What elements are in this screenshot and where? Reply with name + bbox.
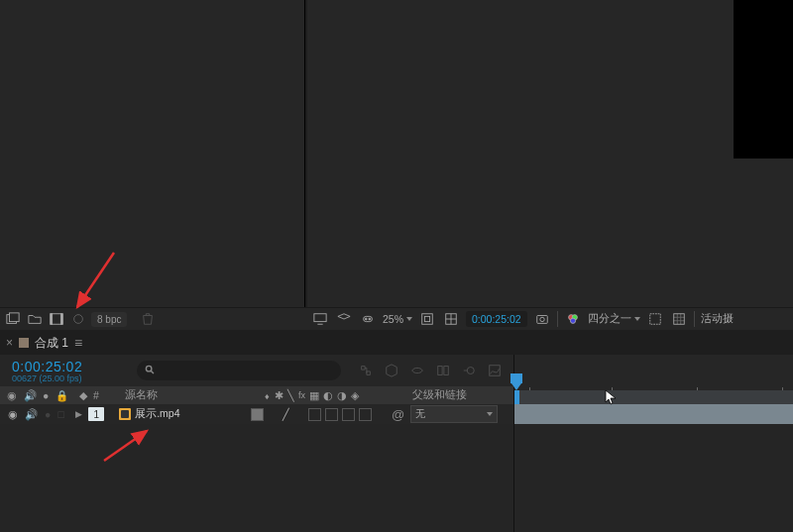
video-toggle[interactable]: ◉ xyxy=(8,408,18,420)
composition-toolbar: 25% 0:00:25:02 四分之一 活动摄 xyxy=(307,307,793,330)
layer-row[interactable]: ◉ 🔊 ● □ ▶ 1 展示.mp4 ╱ @ 无 xyxy=(0,404,513,424)
svg-point-17 xyxy=(570,318,575,323)
project-panel xyxy=(0,0,305,329)
switches-column: ⬧ ✱ ╲ fx ▦ ◐ ◑ ◈ xyxy=(260,389,406,401)
svg-rect-10 xyxy=(422,314,433,325)
svg-rect-4 xyxy=(60,314,62,325)
label-column-icon[interactable]: ◆ xyxy=(79,389,87,401)
fx-label: fx xyxy=(298,390,305,400)
resolution-dropdown[interactable]: 四分之一 xyxy=(588,312,640,326)
svg-line-26 xyxy=(104,431,147,461)
resolution-full-icon[interactable] xyxy=(418,310,436,328)
shy-switch-icon: ⬧ xyxy=(264,389,271,401)
layer-name[interactable]: 展示.mp4 xyxy=(135,407,179,421)
lock-column-icon[interactable]: 🔒 xyxy=(56,389,68,402)
timeline-tab-strip: × 合成 1 ≡ xyxy=(0,332,793,354)
grid-icon[interactable] xyxy=(670,310,688,328)
motionblur-switch-icon: ◐ xyxy=(323,389,333,401)
frameblend-switch-icon: ▦ xyxy=(309,389,319,401)
preview-timecode[interactable]: 0:00:25:02 xyxy=(466,311,527,327)
folder-icon[interactable] xyxy=(26,310,44,328)
shy-icon[interactable] xyxy=(408,362,426,379)
3d-switch[interactable] xyxy=(359,408,372,421)
adjustment-switch-icon: ◑ xyxy=(337,389,347,401)
parent-value: 无 xyxy=(415,407,425,421)
project-toolbar: 8 bpc xyxy=(0,307,312,330)
channel-icon[interactable] xyxy=(564,310,582,328)
svg-rect-6 xyxy=(314,314,326,322)
audio-toggle[interactable]: 🔊 xyxy=(25,408,38,421)
pickwhip-icon[interactable]: @ xyxy=(392,407,404,422)
audio-column-icon[interactable]: 🔊 xyxy=(24,389,37,402)
mask-toggle-icon[interactable] xyxy=(359,310,377,328)
expand-toggle[interactable]: ▶ xyxy=(75,409,82,419)
3d-switch-icon: ◈ xyxy=(351,389,359,401)
monitor-icon[interactable] xyxy=(311,310,329,328)
svg-line-25 xyxy=(77,253,114,307)
trash-icon[interactable] xyxy=(139,310,157,328)
layer-duration-bar[interactable] xyxy=(513,404,793,424)
graph-editor-icon[interactable] xyxy=(486,362,504,379)
zoom-value: 25% xyxy=(383,313,403,325)
composition-panel xyxy=(307,0,793,329)
svg-rect-1 xyxy=(10,313,20,322)
layer-index: 1 xyxy=(88,407,104,421)
svg-point-20 xyxy=(146,366,152,372)
parent-dropdown[interactable]: 无 xyxy=(410,405,498,423)
panel-menu-icon[interactable]: ≡ xyxy=(74,335,82,351)
playhead[interactable] xyxy=(513,373,519,404)
transparency-grid-icon[interactable] xyxy=(442,310,460,328)
annotation-arrow-2 xyxy=(99,426,159,468)
draft3d-icon[interactable] xyxy=(383,362,400,379)
layer-search[interactable] xyxy=(137,361,341,380)
video-column-icon[interactable]: ◉ xyxy=(7,389,17,401)
motionblur-switch[interactable] xyxy=(325,408,338,421)
svg-point-23 xyxy=(467,368,474,374)
chevron-down-icon xyxy=(487,412,493,416)
zoom-dropdown[interactable]: 25% xyxy=(383,313,412,325)
timecode-main: 0:00:25:02 xyxy=(12,359,131,374)
close-tab-button[interactable]: × xyxy=(6,336,13,350)
interpret-footage-icon[interactable] xyxy=(4,310,22,328)
search-icon xyxy=(145,365,156,377)
source-name-column[interactable]: 源名称 xyxy=(119,388,260,402)
chevron-down-icon xyxy=(406,317,412,321)
quality-switch-icon: ╲ xyxy=(287,389,294,401)
resolution-label: 四分之一 xyxy=(588,312,631,326)
chevron-down-icon xyxy=(634,317,640,321)
comp-color-swatch xyxy=(19,338,29,348)
video-file-icon xyxy=(119,408,131,420)
svg-point-8 xyxy=(365,318,367,320)
solo-toggle[interactable]: ● xyxy=(45,408,51,420)
motion-blur-icon[interactable] xyxy=(460,362,478,379)
timecode-display[interactable]: 0:00:25:02 00627 (25.00 fps) xyxy=(0,359,131,383)
snapshot-icon[interactable] xyxy=(533,310,551,328)
solo-column-icon[interactable]: ● xyxy=(43,389,49,401)
timecode-sub: 00627 (25.00 fps) xyxy=(12,373,131,383)
index-column: # xyxy=(93,389,99,401)
svg-rect-11 xyxy=(424,316,429,321)
roi-icon[interactable] xyxy=(646,310,664,328)
shy-switch[interactable] xyxy=(251,408,264,421)
svg-rect-3 xyxy=(51,314,53,325)
svg-rect-22 xyxy=(444,367,448,375)
camera-dropdown[interactable]: 活动摄 xyxy=(701,312,734,326)
new-comp-icon[interactable] xyxy=(48,310,65,328)
learning-icon[interactable] xyxy=(335,310,353,328)
fx-switch-icon: ✱ xyxy=(275,389,283,401)
adjustment-switch[interactable] xyxy=(342,408,355,421)
svg-rect-18 xyxy=(649,314,660,325)
quality-switch[interactable]: ╱ xyxy=(283,408,289,420)
timeline-header-tools xyxy=(357,362,504,379)
work-area-bar[interactable] xyxy=(513,390,793,404)
frame-blend-icon[interactable] xyxy=(434,362,452,379)
comp-tab-label[interactable]: 合成 1 xyxy=(35,335,68,352)
separator xyxy=(557,311,558,327)
comp-mini-flowchart-icon[interactable] xyxy=(357,362,375,379)
svg-rect-13 xyxy=(536,316,547,324)
svg-point-9 xyxy=(369,318,371,320)
separator xyxy=(694,311,695,327)
frameblend-switch[interactable] xyxy=(308,408,321,421)
svg-rect-21 xyxy=(438,367,442,375)
lock-toggle[interactable]: □ xyxy=(57,408,63,420)
